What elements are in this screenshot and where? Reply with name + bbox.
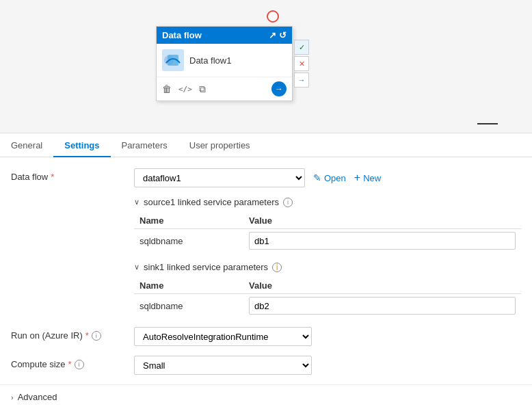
card-body: Data flow1 xyxy=(157,44,292,77)
advanced-label: Advanced xyxy=(18,392,57,402)
sink1-param-value-input[interactable] xyxy=(249,297,516,315)
sink1-param-value-cell xyxy=(243,294,521,318)
canvas-area: Data flow ↗ ↺ Data flow1 🗑 </> ⧉ → xyxy=(0,0,532,133)
run-on-control: AutoResolveIntegrationRuntime xyxy=(134,327,521,346)
dataflow-label: Data flow * xyxy=(11,168,134,182)
sink1-params-section: ∨ sink1 linked service parameters i Name… xyxy=(134,262,521,317)
dataflow-control-area: dataflow1 ✎ Open + New xyxy=(134,168,521,187)
new-button[interactable]: + New xyxy=(354,172,381,184)
check-side-icon[interactable]: ✓ xyxy=(294,40,309,55)
dataflow-card: Data flow ↗ ↺ Data flow1 🗑 </> ⧉ → xyxy=(156,26,293,101)
compute-size-required: * xyxy=(68,359,71,369)
card-name: Data flow1 xyxy=(189,55,231,66)
source1-params-header[interactable]: ∨ source1 linked service parameters i xyxy=(134,197,521,207)
source1-params-section: ∨ source1 linked service parameters i Na… xyxy=(134,197,521,252)
circle-connector xyxy=(267,10,279,23)
card-title: Data flow xyxy=(162,30,202,40)
sink1-name-col: Name xyxy=(134,278,243,294)
run-on-row: Run on (Azure IR) * i AutoResolveIntegra… xyxy=(11,327,521,346)
source1-param-name: sqldbname xyxy=(134,229,243,253)
tab-settings[interactable]: Settings xyxy=(53,133,110,157)
code-icon[interactable]: </> xyxy=(178,85,192,94)
pencil-icon: ✎ xyxy=(313,172,321,183)
run-on-info-icon[interactable]: i xyxy=(92,331,101,341)
card-header: Data flow ↗ ↺ xyxy=(157,27,292,44)
sink1-params-header[interactable]: ∨ sink1 linked service parameters i xyxy=(134,262,521,272)
compute-size-label: Compute size * i xyxy=(11,356,134,369)
run-on-select[interactable]: AutoResolveIntegrationRuntime xyxy=(134,327,312,346)
dash-line xyxy=(477,123,498,124)
sink1-param-row: sqldbname xyxy=(134,294,521,318)
advanced-chevron: › xyxy=(11,393,14,401)
delete-icon[interactable]: 🗑 xyxy=(162,83,172,94)
settings-form: Data flow * dataflow1 ✎ Open + New ∨ sou… xyxy=(0,157,532,375)
open-button[interactable]: ✎ Open xyxy=(313,172,346,183)
plus-icon: + xyxy=(354,172,360,184)
source1-param-value-input[interactable] xyxy=(249,232,516,250)
tab-general[interactable]: General xyxy=(11,133,53,157)
dataflow-row: Data flow * dataflow1 ✎ Open + New xyxy=(11,168,521,187)
forward-side-icon[interactable]: → xyxy=(294,72,309,88)
tab-user-properties[interactable]: User properties xyxy=(178,133,261,157)
compute-size-row: Compute size * i Small Medium Large xyxy=(11,356,521,375)
sink1-value-col: Value xyxy=(243,278,521,294)
run-on-label: Run on (Azure IR) * i xyxy=(11,327,134,341)
card-header-icons: ↗ ↺ xyxy=(269,30,287,40)
compute-size-select[interactable]: Small Medium Large xyxy=(134,356,312,375)
source1-param-row: sqldbname xyxy=(134,229,521,253)
sink1-param-name: sqldbname xyxy=(134,294,243,318)
side-icons: ✓ ✕ → xyxy=(294,40,309,88)
dataflow-required: * xyxy=(51,172,54,182)
card-footer[interactable]: 🗑 </> ⧉ → xyxy=(157,77,292,101)
compute-size-control: Small Medium Large xyxy=(134,356,521,375)
refresh-icon[interactable]: ↺ xyxy=(279,30,287,40)
open-external-icon[interactable]: ↗ xyxy=(269,30,276,40)
dataflow-icon xyxy=(162,49,184,71)
advanced-section[interactable]: › Advanced xyxy=(0,384,532,409)
compute-size-info-icon[interactable]: i xyxy=(75,360,84,369)
dataflow-select[interactable]: dataflow1 xyxy=(134,168,305,187)
run-on-required: * xyxy=(85,330,89,341)
sink1-params-table: Name Value sqldbname xyxy=(134,278,521,317)
close-side-icon[interactable]: ✕ xyxy=(294,56,309,71)
source1-chevron: ∨ xyxy=(134,198,139,207)
sink1-info-icon[interactable]: i xyxy=(272,263,282,272)
source1-info-icon[interactable]: i xyxy=(283,198,293,207)
source1-param-value-cell xyxy=(243,229,521,253)
copy-icon[interactable]: ⧉ xyxy=(199,83,206,95)
source1-params-table: Name Value sqldbname xyxy=(134,213,521,252)
tab-parameters[interactable]: Parameters xyxy=(111,133,178,157)
source1-value-col: Value xyxy=(243,213,521,229)
tabs-bar: General Settings Parameters User propert… xyxy=(0,133,532,157)
arrow-icon[interactable]: → xyxy=(271,81,287,96)
source1-name-col: Name xyxy=(134,213,243,229)
sink1-chevron: ∨ xyxy=(134,263,139,272)
